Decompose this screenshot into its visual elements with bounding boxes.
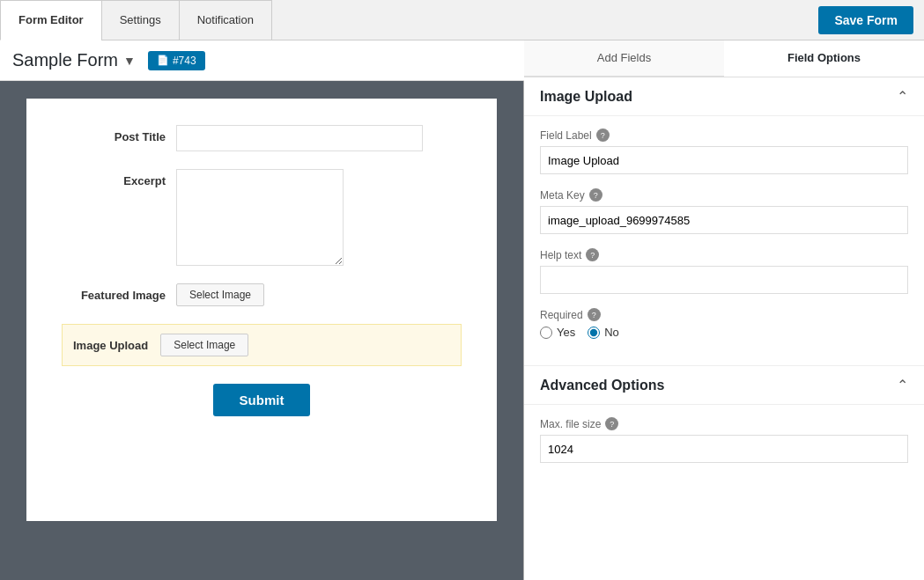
- max-file-size-row: Max. file size ?: [540, 417, 908, 463]
- required-radio-group: Yes No: [540, 326, 908, 339]
- post-title-input-wrap: [176, 125, 462, 151]
- field-row-post-title: Post Title: [62, 125, 462, 151]
- required-no-option[interactable]: No: [588, 326, 619, 339]
- advanced-options-collapse-icon[interactable]: ⌃: [897, 377, 908, 393]
- submit-button[interactable]: Submit: [213, 384, 311, 416]
- max-file-size-label: Max. file size ?: [540, 417, 908, 430]
- right-content: Image Upload ⌃ Field Label ? Meta Key: [524, 77, 924, 580]
- right-panel: Add Fields Field Options Image Upload ⌃ …: [524, 40, 924, 580]
- required-label: Required ?: [540, 308, 908, 321]
- tab-settings[interactable]: Settings: [101, 0, 180, 40]
- required-yes-option[interactable]: Yes: [540, 326, 575, 339]
- tab-notification[interactable]: Notification: [179, 0, 272, 40]
- required-row: Required ? Yes No: [540, 308, 908, 339]
- meta-key-input[interactable]: [540, 206, 908, 234]
- form-name-bar: Sample Form ▼ 📄 #743: [0, 40, 524, 81]
- tab-form-editor-label: Form Editor: [18, 13, 84, 26]
- field-row-featured-image: Featured Image Select Image: [62, 283, 462, 306]
- tab-settings-label: Settings: [120, 13, 161, 26]
- required-no-radio[interactable]: [588, 327, 600, 339]
- image-upload-collapse-icon[interactable]: ⌃: [897, 88, 908, 105]
- field-label-input[interactable]: [540, 146, 908, 174]
- image-upload-select-button[interactable]: Select Image: [160, 334, 248, 356]
- image-upload-section-title: Image Upload: [540, 89, 632, 105]
- left-panel: Sample Form ▼ 📄 #743 Post Title Excerp: [0, 40, 524, 580]
- featured-image-label: Featured Image: [62, 283, 176, 302]
- help-text-help-icon[interactable]: ?: [586, 248, 599, 261]
- meta-key-help-icon[interactable]: ?: [589, 188, 602, 202]
- save-form-button[interactable]: Save Form: [818, 6, 913, 34]
- field-row-image-upload: Image Upload Select Image: [62, 324, 462, 366]
- post-title-label: Post Title: [62, 125, 176, 143]
- post-title-input[interactable]: [176, 125, 423, 151]
- required-yes-radio[interactable]: [540, 327, 552, 339]
- advanced-options-section-header: Advanced Options ⌃: [524, 365, 924, 405]
- form-id-badge[interactable]: 📄 #743: [148, 51, 205, 70]
- excerpt-label: Excerpt: [62, 169, 176, 187]
- featured-image-input-wrap: Select Image: [176, 283, 462, 306]
- field-label-label: Field Label ?: [540, 128, 908, 142]
- meta-key-label: Meta Key ?: [540, 188, 908, 202]
- form-canvas-wrapper: Post Title Excerpt Featured Image: [0, 81, 523, 580]
- file-icon: 📄: [157, 55, 169, 66]
- advanced-options-section-title: Advanced Options: [540, 378, 664, 393]
- tab-field-options[interactable]: Field Options: [724, 40, 924, 77]
- form-name: Sample Form: [12, 50, 118, 70]
- field-label-help-icon[interactable]: ?: [596, 128, 610, 142]
- form-id-label: #743: [173, 55, 196, 67]
- help-text-row: Help text ?: [540, 248, 908, 294]
- tab-bar: Form Editor Settings Notification: [0, 0, 271, 40]
- meta-key-row: Meta Key ?: [540, 188, 908, 234]
- tab-notification-label: Notification: [197, 13, 254, 26]
- max-file-size-help-icon[interactable]: ?: [605, 417, 618, 430]
- required-help-icon[interactable]: ?: [588, 308, 601, 321]
- featured-image-select-button[interactable]: Select Image: [176, 283, 264, 306]
- right-tabs: Add Fields Field Options: [524, 40, 924, 77]
- tab-form-editor[interactable]: Form Editor: [0, 0, 102, 40]
- top-bar: Form Editor Settings Notification Save F…: [0, 0, 924, 40]
- image-upload-section-header: Image Upload ⌃: [524, 77, 924, 116]
- field-label-row: Field Label ?: [540, 128, 908, 174]
- chevron-down-icon[interactable]: ▼: [123, 54, 136, 68]
- help-text-label: Help text ?: [540, 248, 908, 261]
- image-upload-field-label: Image Upload: [73, 339, 148, 352]
- tab-add-fields[interactable]: Add Fields: [524, 40, 724, 77]
- max-file-size-input[interactable]: [540, 435, 908, 463]
- advanced-options-body: Max. file size ?: [524, 405, 924, 489]
- form-canvas: Post Title Excerpt Featured Image: [26, 99, 497, 521]
- main-layout: Sample Form ▼ 📄 #743 Post Title Excerp: [0, 40, 924, 580]
- field-row-excerpt: Excerpt: [62, 169, 462, 266]
- excerpt-input-wrap: [176, 169, 462, 266]
- field-options-body: Field Label ? Meta Key ? Help: [524, 116, 924, 365]
- excerpt-textarea[interactable]: [176, 169, 344, 266]
- help-text-input[interactable]: [540, 266, 908, 294]
